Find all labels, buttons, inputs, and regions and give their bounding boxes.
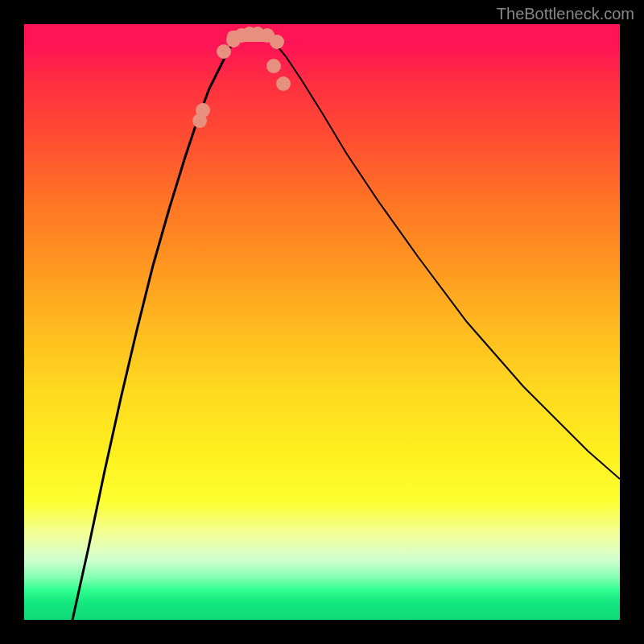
data-marker (196, 103, 210, 118)
data-marker (266, 59, 281, 73)
data-marker (276, 76, 291, 91)
chart-plot-area (24, 24, 620, 620)
curve-group (72, 34, 620, 620)
marker-group (192, 27, 291, 128)
right-curve (266, 34, 620, 479)
watermark-text: TheBottleneck.com (497, 5, 634, 23)
data-marker (217, 44, 231, 59)
valley-segment (227, 31, 272, 42)
chart-svg (24, 24, 620, 620)
left-curve (72, 34, 242, 620)
